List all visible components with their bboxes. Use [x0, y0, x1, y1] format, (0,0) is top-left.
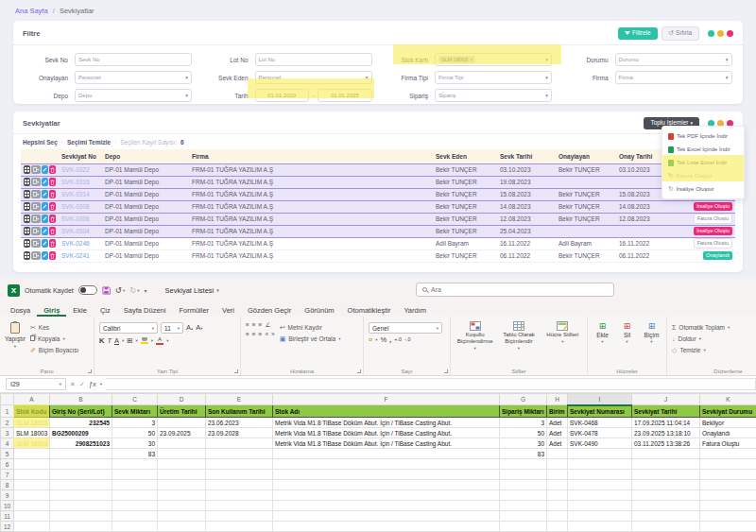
row-delete-button[interactable]	[49, 178, 56, 186]
cell-E11[interactable]	[206, 511, 273, 522]
cell-C6[interactable]	[112, 459, 158, 470]
cell-I9[interactable]	[568, 490, 632, 501]
cell-C4[interactable]: 30	[112, 438, 158, 449]
cell-F10[interactable]	[273, 501, 500, 511]
cell-A8[interactable]	[14, 480, 50, 490]
cell-A4[interactable]: SLM 18003	[14, 438, 50, 449]
cell-J1[interactable]: Sevkiyat Tarihi	[632, 405, 700, 418]
col-header-d[interactable]: D	[158, 394, 206, 405]
paste-button[interactable]: Yapıştır ▾	[5, 320, 26, 349]
row-header-5[interactable]: 5	[1, 449, 14, 459]
row-header-10[interactable]: 10	[1, 501, 14, 511]
cell-H7[interactable]	[547, 470, 568, 480]
cell-E7[interactable]	[206, 470, 273, 480]
cell-B3[interactable]: BG25000209	[50, 428, 112, 438]
shipment-link[interactable]: SVK-0306	[61, 215, 90, 222]
name-box[interactable]: I29 ▾	[6, 378, 66, 390]
cell-H8[interactable]	[547, 480, 568, 490]
select-all-corner[interactable]	[1, 394, 14, 405]
merge-center-button[interactable]: ▣Birleştir ve Ortala▾	[280, 334, 341, 343]
cell-D6[interactable]	[158, 459, 206, 470]
col-sevk-tarihi[interactable]: Sevk Tarihi	[497, 149, 556, 164]
row-header-11[interactable]: 11	[1, 511, 14, 522]
tab-yardim[interactable]: Yardım	[397, 305, 433, 317]
cell-J9[interactable]	[632, 490, 700, 501]
cell-F8[interactable]	[273, 480, 500, 490]
row-header-4[interactable]: 4	[1, 438, 14, 449]
cell-C11[interactable]	[112, 511, 158, 522]
cell-A12[interactable]	[14, 522, 50, 532]
date-from-input[interactable]: 01.01.2020	[255, 89, 309, 102]
col-header-k[interactable]: K	[700, 394, 756, 405]
cell-B8[interactable]	[50, 480, 112, 490]
select-all-link[interactable]: Hepsini Seç	[23, 139, 58, 146]
filtrele-button[interactable]: Filtrele	[618, 27, 658, 40]
cell-D3[interactable]: 23.09.2025	[158, 428, 206, 438]
number-format-select[interactable]: Genel▾	[369, 322, 442, 334]
borders-button[interactable]: ⊞	[127, 337, 132, 345]
cell-B2[interactable]: 232545	[50, 418, 112, 428]
cell-I1[interactable]: Sevkiyat Numarası	[568, 405, 632, 418]
filter-select-onaylayan[interactable]: Personel▾	[75, 71, 192, 84]
align-center-button[interactable]: ≡	[252, 332, 256, 338]
cell-C10[interactable]	[112, 501, 158, 511]
row-header-1[interactable]: 1	[1, 405, 14, 418]
col-header-j[interactable]: J	[632, 394, 700, 405]
underline-button[interactable]: A	[114, 337, 119, 345]
wrap-text-button[interactable]: ↩Metni Kaydır	[280, 322, 341, 332]
row-header-6[interactable]: 6	[1, 459, 14, 470]
row-edit-button[interactable]	[42, 190, 48, 198]
customize-quick-access-button[interactable]: ▾	[145, 287, 147, 294]
cell-H4[interactable]: Adet	[547, 438, 568, 449]
cell-J11[interactable]	[632, 511, 700, 522]
cell-B11[interactable]	[50, 511, 112, 522]
comma-format-button[interactable]: ,	[389, 336, 391, 344]
cell-F5[interactable]	[273, 449, 500, 459]
cut-button[interactable]: ✂Kes	[30, 322, 79, 332]
row-edit-button[interactable]	[42, 165, 48, 174]
cell-G1[interactable]: Sipariş Miktarı	[500, 405, 547, 418]
cell-G2[interactable]: 3	[500, 418, 547, 428]
row-detail-button[interactable]	[24, 178, 30, 186]
align-right-button[interactable]: ≡	[259, 332, 263, 338]
cell-J6[interactable]	[632, 459, 700, 470]
document-title[interactable]: Sevkiyat Listesi ▾	[165, 286, 219, 295]
cell-K12[interactable]	[700, 522, 756, 532]
row-header-3[interactable]: 3	[1, 428, 14, 438]
cell-E5[interactable]	[206, 449, 273, 459]
insert-cells-button[interactable]: ⊞Ekle▾	[593, 320, 612, 344]
cell-G5[interactable]: 83	[500, 449, 547, 459]
row-header-7[interactable]: 7	[1, 470, 14, 480]
breadcrumb-home[interactable]: Ana Sayfa	[15, 7, 48, 15]
cell-D12[interactable]	[158, 522, 206, 532]
cell-H5[interactable]	[547, 449, 568, 459]
cell-K6[interactable]	[700, 459, 756, 470]
row-delete-button[interactable]	[49, 251, 56, 260]
cell-K2[interactable]: Bekliyor	[700, 418, 756, 428]
menu-item-tek-excel-icinde-indir[interactable]: Tek Excel İçinde İndir	[662, 143, 744, 156]
filter-select-depo[interactable]: Depo▾	[75, 89, 192, 102]
clear-selection-link[interactable]: Seçimi Temizle	[67, 139, 111, 146]
cell-C2[interactable]: 3	[112, 418, 158, 428]
cell-I10[interactable]	[568, 501, 632, 511]
cell-H2[interactable]: Adet	[547, 418, 568, 428]
shrink-font-button[interactable]: A▾	[196, 324, 202, 332]
shipment-link[interactable]: SVK-0304	[61, 228, 90, 234]
cell-K9[interactable]	[700, 490, 756, 501]
cell-J5[interactable]	[632, 449, 700, 459]
row-edit-button[interactable]	[42, 178, 48, 186]
cell-A7[interactable]	[14, 470, 50, 480]
format-as-table-button[interactable]: Tablo Olarak Biçimlendir▾	[499, 320, 538, 352]
cell-I3[interactable]: SVK-0478	[568, 428, 632, 438]
cell-A3[interactable]: SLM 18003	[14, 428, 50, 438]
cell-G8[interactable]	[500, 480, 547, 490]
cell-B9[interactable]	[50, 490, 112, 501]
clear-button[interactable]: ◇Temizle▾	[672, 345, 730, 354]
tab-ekle[interactable]: Ekle	[66, 305, 94, 317]
format-cells-button[interactable]: ⊞Biçim▾	[642, 320, 662, 344]
row-print-dropdown-button[interactable]: ▾	[31, 165, 41, 174]
filter-select-sevk-eden[interactable]: Personel▾	[255, 71, 372, 84]
row-header-8[interactable]: 8	[1, 480, 14, 490]
col-header-f[interactable]: F	[273, 394, 500, 405]
cell-styles-button[interactable]: Hücre Stilleri▾	[543, 320, 582, 345]
